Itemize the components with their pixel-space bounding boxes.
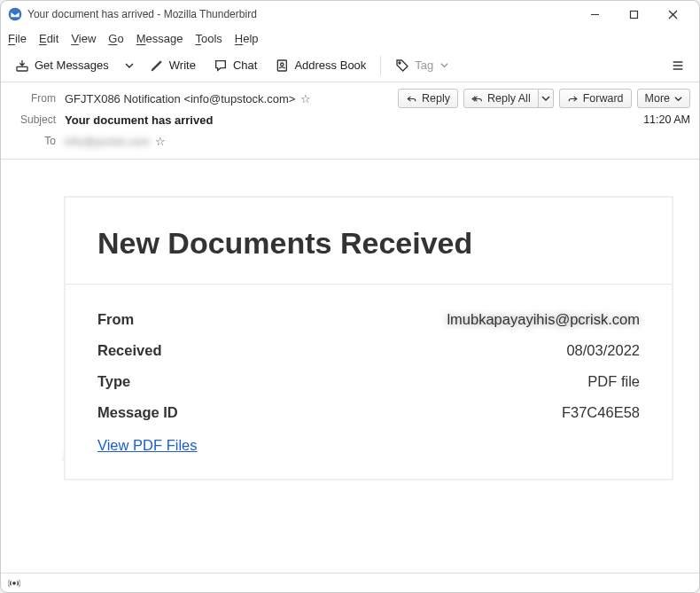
close-button[interactable] <box>653 2 692 27</box>
statusbar <box>1 573 699 592</box>
menu-message[interactable]: Message <box>136 32 183 45</box>
tag-button[interactable]: Tag <box>388 55 455 76</box>
svg-point-0 <box>9 8 22 21</box>
titlebar: Your document has arrived - Mozilla Thun… <box>1 1 699 27</box>
menu-tools[interactable]: Tools <box>195 32 222 45</box>
app-icon <box>8 7 22 21</box>
reply-all-dropdown[interactable] <box>539 89 554 108</box>
chat-button[interactable]: Chat <box>206 55 264 76</box>
write-label: Write <box>169 59 196 72</box>
download-icon <box>15 59 29 73</box>
email-card: New Documents Received From lmubkapayayi… <box>65 197 673 480</box>
chevron-down-icon <box>674 95 682 103</box>
from-value[interactable]: GFJTX086 Notification <info@tupstock.com… <box>65 92 295 105</box>
address-book-button[interactable]: Address Book <box>268 55 373 76</box>
get-messages-label: Get Messages <box>35 59 109 72</box>
row-message-id: Message ID F37C46E58 <box>97 397 640 428</box>
forward-icon <box>567 93 579 105</box>
message-body: pcrisk.com New Documents Received From l… <box>1 160 699 575</box>
chat-icon <box>214 59 228 73</box>
svg-point-8 <box>399 62 401 64</box>
tag-icon <box>395 59 409 73</box>
tag-label: Tag <box>415 59 433 72</box>
get-messages-button[interactable]: Get Messages <box>8 55 116 76</box>
more-button[interactable]: More <box>637 89 690 108</box>
menu-edit[interactable]: Edit <box>39 32 58 45</box>
reply-button[interactable]: Reply <box>398 89 458 108</box>
address-book-icon <box>275 59 289 73</box>
minimize-button[interactable] <box>575 2 614 27</box>
pencil-icon <box>150 59 164 73</box>
row-from: From lmubkapayayihis@pcrisk.com <box>97 304 640 335</box>
menubar: File Edit View Go Message Tools Help <box>1 27 699 49</box>
email-title: New Documents Received <box>97 226 640 261</box>
get-messages-dropdown[interactable] <box>120 58 139 74</box>
menu-file[interactable]: File <box>8 32 27 45</box>
app-menu-button[interactable] <box>664 55 692 76</box>
row-type: Type PDF file <box>97 366 640 397</box>
toolbar: Get Messages Write Chat Address Book Tag <box>1 49 699 82</box>
subject-label: Subject <box>10 113 56 126</box>
view-pdf-link[interactable]: View PDF Files <box>97 437 197 454</box>
reply-all-icon <box>471 93 483 105</box>
star-icon[interactable]: ☆ <box>155 135 166 148</box>
maximize-button[interactable] <box>614 2 653 27</box>
to-label: To <box>10 135 56 147</box>
separator <box>380 56 381 75</box>
row-received: Received 08/03/2022 <box>97 335 640 366</box>
reply-all-button[interactable]: Reply All <box>463 89 539 108</box>
hamburger-icon <box>671 59 685 73</box>
write-button[interactable]: Write <box>143 55 203 76</box>
from-label: From <box>10 92 56 105</box>
reply-icon <box>406 93 417 105</box>
status-icon[interactable] <box>8 577 20 589</box>
svg-point-12 <box>13 581 15 583</box>
message-header: From GFJTX086 Notification <info@tupstoc… <box>1 82 699 160</box>
chat-label: Chat <box>233 59 257 72</box>
forward-button[interactable]: Forward <box>559 89 632 108</box>
svg-point-7 <box>281 63 284 66</box>
address-book-label: Address Book <box>294 59 366 72</box>
star-icon[interactable]: ☆ <box>300 92 311 105</box>
timestamp: 11:20 AM <box>643 113 690 126</box>
menu-view[interactable]: View <box>71 32 96 45</box>
chevron-down-icon <box>440 61 448 69</box>
to-value[interactable]: info@pcrisk.com <box>65 135 150 148</box>
menu-help[interactable]: Help <box>235 32 259 45</box>
svg-rect-5 <box>17 66 27 71</box>
svg-rect-2 <box>630 11 637 18</box>
window-title: Your document has arrived - Mozilla Thun… <box>27 8 575 20</box>
subject-value: Your document has arrived <box>65 113 213 127</box>
menu-go[interactable]: Go <box>108 32 123 45</box>
